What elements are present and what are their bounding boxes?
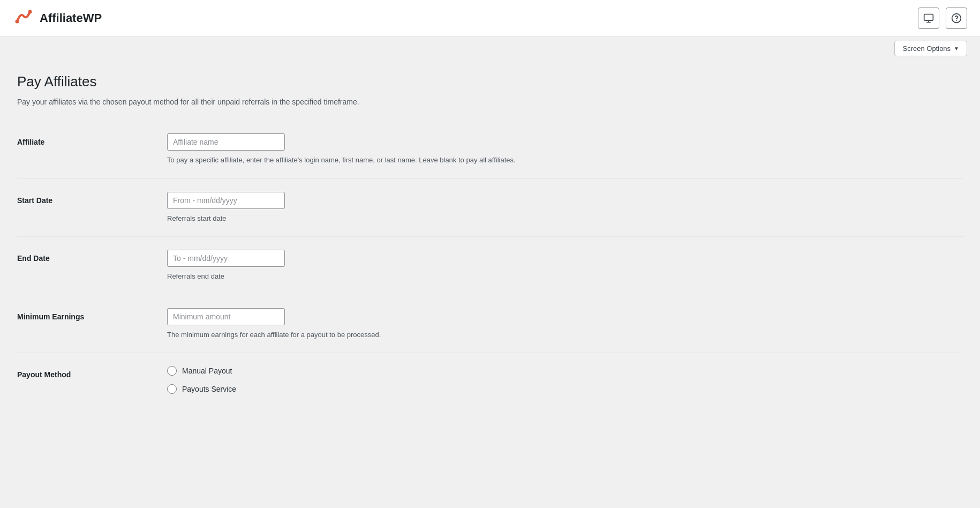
payouts-service-radio[interactable] [167, 384, 177, 394]
manual-payout-label: Manual Payout [182, 367, 232, 375]
start-date-row: Start Date Referrals start date [17, 183, 963, 233]
payout-method-label: Payout Method [17, 366, 167, 379]
affiliate-input[interactable] [167, 133, 285, 151]
pay-affiliates-form: Affiliate To pay a specific affiliate, e… [17, 125, 963, 402]
screen-options-button[interactable]: Screen Options ▼ [894, 41, 967, 56]
monitor-icon [923, 13, 934, 24]
divider-2 [17, 236, 963, 237]
screen-options-label: Screen Options [902, 44, 951, 53]
header-actions [918, 8, 967, 29]
start-date-input[interactable] [167, 192, 285, 209]
end-date-hint: Referrals end date [167, 271, 963, 282]
minimum-earnings-field: The minimum earnings for each affiliate … [167, 308, 963, 340]
start-date-label: Start Date [17, 192, 167, 205]
logo-text: AffiliateWP [40, 11, 102, 25]
page-title: Pay Affiliates [17, 73, 963, 90]
end-date-input[interactable] [167, 250, 285, 267]
help-icon [951, 13, 962, 24]
payout-method-field: Manual Payout Payouts Service [167, 366, 963, 394]
end-date-label: End Date [17, 250, 167, 263]
start-date-hint: Referrals start date [167, 213, 963, 224]
payout-method-row: Payout Method Manual Payout Payouts Serv… [17, 357, 963, 402]
minimum-earnings-label: Minimum Earnings [17, 308, 167, 321]
header: AffiliateWP [0, 0, 980, 36]
chevron-down-icon: ▼ [954, 46, 959, 51]
end-date-row: End Date Referrals end date [17, 241, 963, 290]
minimum-earnings-input[interactable] [167, 308, 285, 325]
divider-3 [17, 295, 963, 295]
divider-4 [17, 353, 963, 353]
payouts-service-option[interactable]: Payouts Service [167, 384, 963, 394]
affiliate-field: To pay a specific affiliate, enter the a… [167, 133, 963, 166]
manual-payout-option[interactable]: Manual Payout [167, 366, 963, 376]
payout-method-radio-group: Manual Payout Payouts Service [167, 366, 963, 394]
start-date-field: Referrals start date [167, 192, 963, 224]
svg-point-1 [28, 10, 32, 14]
affiliate-hint: To pay a specific affiliate, enter the a… [167, 155, 963, 166]
screen-options-bar: Screen Options ▼ [0, 36, 980, 61]
minimum-earnings-hint: The minimum earnings for each affiliate … [167, 330, 963, 340]
monitor-button[interactable] [918, 8, 939, 29]
affiliatewp-logo-icon [13, 6, 34, 29]
main-content: Pay Affiliates Pay your affiliates via t… [0, 61, 980, 415]
divider-1 [17, 178, 963, 179]
minimum-earnings-row: Minimum Earnings The minimum earnings fo… [17, 300, 963, 349]
payouts-service-label: Payouts Service [182, 385, 236, 393]
svg-rect-2 [924, 14, 933, 20]
end-date-field: Referrals end date [167, 250, 963, 282]
page-description: Pay your affiliates via the chosen payou… [17, 96, 963, 108]
affiliate-row: Affiliate To pay a specific affiliate, e… [17, 125, 963, 174]
logo-area: AffiliateWP [13, 6, 102, 29]
affiliate-label: Affiliate [17, 133, 167, 146]
svg-point-0 [16, 20, 19, 24]
manual-payout-radio[interactable] [167, 366, 177, 376]
help-button[interactable] [946, 8, 967, 29]
